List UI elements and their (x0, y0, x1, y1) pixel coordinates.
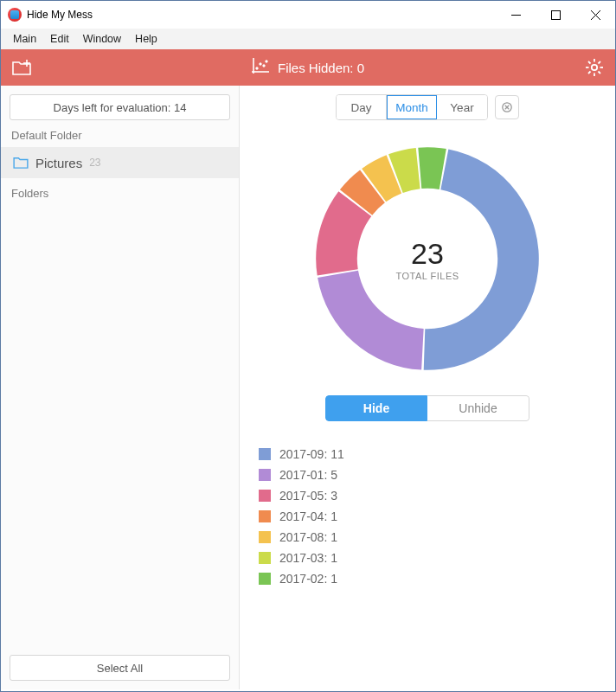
svg-rect-1 (551, 10, 560, 19)
legend-label: 2017-04: 1 (279, 509, 337, 523)
legend-swatch (259, 490, 271, 502)
folder-name: Pictures (35, 156, 82, 170)
hide-button[interactable]: Hide (325, 395, 427, 421)
menu-window[interactable]: Window (76, 31, 128, 47)
legend-swatch (259, 469, 271, 481)
legend-item[interactable]: 2017-04: 1 (259, 506, 600, 527)
chart-center-label: 23 TOTAL FILES (395, 237, 459, 281)
legend-swatch (259, 510, 271, 522)
donut-chart: 23 TOTAL FILES (306, 138, 549, 380)
legend-label: 2017-01: 5 (279, 468, 337, 482)
add-folder-button[interactable] (11, 60, 32, 75)
legend-item[interactable]: 2017-05: 3 (259, 485, 600, 506)
maximize-button[interactable] (536, 1, 575, 29)
svg-point-8 (256, 67, 258, 69)
legend-label: 2017-03: 1 (279, 551, 337, 565)
clear-filter-button[interactable] (495, 95, 519, 119)
chart-icon (252, 58, 269, 77)
sidebar-item-pictures[interactable]: Pictures 23 (1, 147, 239, 178)
chart-total-label: TOTAL FILES (395, 271, 459, 281)
svg-line-19 (588, 72, 591, 74)
legend: 2017-09: 112017-01: 52017-05: 32017-04: … (255, 444, 600, 589)
svg-line-17 (588, 61, 591, 64)
svg-point-11 (266, 61, 267, 62)
svg-point-12 (592, 65, 597, 70)
legend-label: 2017-05: 3 (279, 489, 337, 503)
legend-item[interactable]: 2017-02: 1 (259, 568, 600, 589)
legend-label: 2017-09: 11 (279, 447, 344, 461)
legend-label: 2017-02: 1 (279, 572, 337, 586)
menu-main[interactable]: Main (6, 31, 43, 47)
legend-item[interactable]: 2017-09: 11 (259, 444, 600, 465)
minimize-button[interactable] (496, 1, 536, 29)
legend-item[interactable]: 2017-01: 5 (259, 465, 600, 485)
time-range-tabs: Day Month Year (255, 94, 600, 120)
toolbar: Files Hidden: 0 (1, 49, 615, 86)
files-hidden-status: Files Hidden: 0 (278, 61, 364, 75)
sidebar: Days left for evaluation: 14 Default Fol… (1, 86, 240, 689)
titlebar: Hide My Mess (1, 1, 615, 29)
tab-day[interactable]: Day (337, 95, 387, 119)
settings-button[interactable] (584, 59, 605, 76)
close-button[interactable] (575, 1, 615, 29)
menubar: Main Edit Window Help (1, 29, 615, 49)
select-all-button[interactable]: Select All (10, 655, 230, 681)
legend-swatch (259, 531, 271, 543)
app-icon (8, 8, 22, 22)
donut-slice[interactable] (318, 271, 424, 370)
folder-count: 23 (89, 157, 100, 169)
legend-swatch (259, 573, 271, 585)
sidebar-section-default: Default Folder (1, 120, 239, 147)
svg-point-10 (263, 65, 265, 67)
tab-year[interactable]: Year (437, 95, 487, 119)
menu-help[interactable]: Help (128, 31, 164, 47)
svg-line-20 (599, 61, 601, 64)
sidebar-section-folders: Folders (1, 178, 239, 205)
svg-point-9 (260, 63, 261, 65)
legend-label: 2017-08: 1 (279, 530, 337, 544)
main-panel: Day Month Year 23 TOTAL FILES Hide Unhid… (240, 86, 615, 689)
legend-item[interactable]: 2017-08: 1 (259, 527, 600, 548)
legend-swatch (259, 552, 271, 564)
menu-edit[interactable]: Edit (43, 31, 76, 47)
svg-line-18 (599, 72, 601, 74)
legend-item[interactable]: 2017-03: 1 (259, 548, 600, 568)
evaluation-banner[interactable]: Days left for evaluation: 14 (10, 94, 230, 120)
unhide-button[interactable]: Unhide (427, 395, 529, 421)
body: Days left for evaluation: 14 Default Fol… (1, 86, 615, 689)
chart-total-number: 23 (395, 237, 459, 271)
legend-swatch (259, 448, 271, 460)
tab-month[interactable]: Month (387, 95, 437, 119)
window-title: Hide My Mess (27, 9, 496, 21)
hide-unhide-toggle: Hide Unhide (255, 395, 600, 421)
folder-icon (13, 157, 29, 169)
